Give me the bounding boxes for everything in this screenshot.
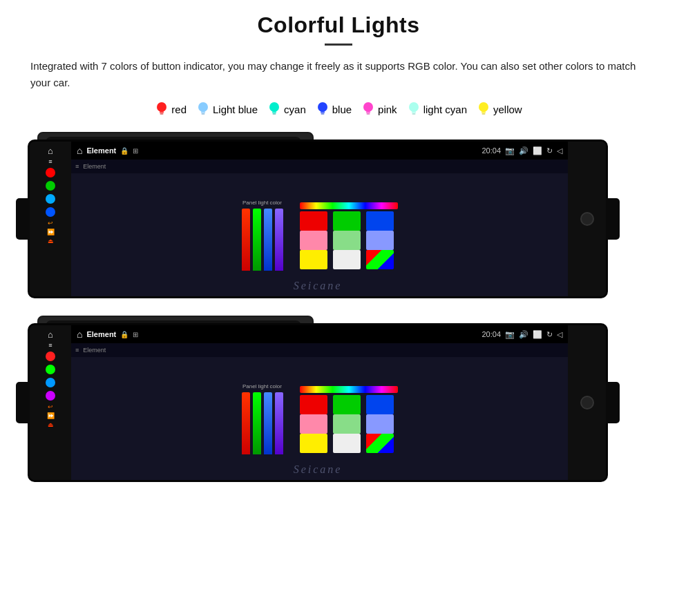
back-icon-2: ↩ [48, 403, 53, 410]
svg-rect-20 [482, 113, 486, 115]
topbar-back-icon: ◁ [557, 146, 562, 155]
color-label-pink: pink [361, 101, 397, 117]
svg-rect-11 [321, 113, 324, 115]
device-screen-2: ⌂ Element 🔒 ⊞ 20:04 📷 🔊 ⬜ ↻ ◁ ≡ Ele [71, 325, 568, 480]
red-label: red [171, 104, 187, 115]
topbar-1: ⌂ Element 🔒 ⊞ 20:04 📷 🔊 ⬜ ↻ ◁ [71, 142, 568, 160]
topbar-grid-icon-2: ⊞ [133, 331, 138, 338]
cell-pink-2 [300, 414, 327, 434]
device-section-2: ⌂ ≡ ↩ ⏩ ⏏ ⌂ Element 🔒 ⊞ 20:04 [28, 311, 649, 489]
cell-yellow-1 [300, 250, 327, 269]
cell-yellow-2 [300, 434, 327, 453]
header: Colorful Lights [0, 0, 677, 58]
color-label-yellow: yellow [477, 101, 522, 117]
svg-point-15 [409, 102, 419, 112]
bar-blue-1 [264, 209, 272, 271]
color-label-blue: blue [316, 101, 352, 117]
color-label-lightcyan: light cyan [407, 101, 467, 117]
cell-rgb-1 [366, 250, 394, 269]
subbar-element-label-2: Element [83, 347, 106, 354]
bar-violet-1 [275, 209, 283, 271]
color-grid-section-2 [300, 386, 398, 452]
cell-white-1 [333, 250, 361, 269]
subbar-1: ≡ Element [71, 160, 568, 173]
cyan-label: cyan [284, 104, 306, 115]
lightcyan-bulb-icon [407, 101, 421, 117]
main-device-1: ⌂ ≡ ↩ ⏩ ⏏ ⌂ Element 🔒 ⊞ 20:04 [28, 139, 608, 298]
dot-green-1 [46, 181, 55, 191]
pink-label: pink [378, 104, 397, 115]
lightblue-bulb-icon [196, 101, 210, 117]
color-labels-row: red Light blue cyan [0, 98, 677, 127]
topbar-grid-icon: ⊞ [133, 147, 138, 155]
color-bars-section-2: Panel light color [242, 383, 283, 454]
cell-lightgreen-1 [333, 231, 361, 250]
bar-green-2 [253, 392, 261, 454]
bars-row-1 [242, 209, 283, 271]
svg-rect-10 [321, 111, 325, 113]
topbar-vol-icon: 🔊 [519, 146, 528, 155]
svg-rect-8 [273, 113, 276, 115]
bars-row-2 [242, 392, 283, 454]
topbar-icons-2: 20:04 📷 🔊 ⬜ ↻ ◁ [481, 330, 562, 339]
topbar-cam-icon-2: 📷 [505, 330, 515, 339]
cell-lightgreen-2 [333, 414, 361, 434]
mount-circle-1 [580, 212, 594, 226]
device-right-1 [568, 142, 606, 296]
dot-red-1 [46, 168, 55, 177]
blue-bulb-icon [316, 101, 330, 117]
screen-content-2: Panel light color [71, 357, 568, 480]
eject-icon-1: ⏏ [48, 238, 54, 244]
topbar-cam-icon: 📷 [505, 146, 515, 155]
panel-light-label-1: Panel light color [242, 200, 282, 206]
topbar-element-2: Element [86, 330, 116, 338]
pink-bulb-icon [361, 101, 375, 117]
topbar-disp-icon: ⬜ [533, 146, 542, 155]
eject-icon-2: ⏏ [48, 421, 54, 428]
device-section-1: ⌂ ≡ ↩ ⏩ ⏏ ⌂ Element 🔒 ⊞ 20:04 [28, 127, 649, 305]
svg-point-6 [269, 102, 279, 112]
svg-rect-14 [367, 113, 370, 115]
svg-point-0 [157, 102, 166, 112]
color-grid-1 [300, 211, 398, 268]
mount-circle-2 [580, 396, 594, 410]
svg-point-3 [198, 102, 208, 112]
device-right-2 [568, 325, 606, 480]
svg-rect-7 [272, 111, 276, 113]
svg-point-18 [479, 102, 488, 112]
topbar-time-1: 20:04 [481, 146, 501, 155]
topbar-rot-icon: ↻ [546, 146, 553, 155]
topbar-icons-1: 20:04 📷 🔊 ⬜ ↻ ◁ [481, 146, 562, 155]
svg-rect-13 [366, 111, 370, 113]
device-screen-1: ⌂ Element 🔒 ⊞ 20:04 📷 🔊 ⬜ ↻ ◁ ≡ Ele [71, 142, 568, 296]
subbar-menu-icon-2: ≡ [75, 347, 79, 354]
home-icon-2: ⌂ [48, 329, 53, 340]
device-ear-left-2 [16, 382, 30, 423]
blue-label: blue [332, 104, 352, 115]
header-divider [325, 44, 352, 46]
color-label-lightblue: Light blue [196, 101, 258, 117]
color-grid-2 [300, 395, 398, 452]
topbar-lock-icon: 🔒 [120, 147, 128, 155]
dot-darkblue-1 [46, 207, 55, 217]
screen-content-1: Panel light color [71, 173, 568, 296]
dot-blue-1 [46, 194, 55, 204]
yellow-label: yellow [493, 104, 522, 115]
cell-red-1 [300, 211, 327, 231]
device-ear-right-1 [606, 198, 620, 240]
page-container: Colorful Lights Integrated with 7 colors… [0, 0, 677, 616]
topbar-home-icon-2: ⌂ [77, 329, 82, 340]
topbar-disp-icon-2: ⬜ [533, 330, 542, 339]
color-label-red: red [155, 101, 187, 117]
svg-rect-19 [481, 111, 486, 113]
cell-white-2 [333, 434, 361, 453]
cell-periwinkle-2 [366, 414, 394, 434]
bar-red-1 [242, 209, 250, 271]
cell-red-2 [300, 395, 327, 414]
topbar-element-1: Element [86, 146, 116, 155]
topbar-2: ⌂ Element 🔒 ⊞ 20:04 📷 🔊 ⬜ ↻ ◁ [71, 325, 568, 343]
svg-point-9 [318, 102, 327, 112]
topbar-lock-icon-2: 🔒 [120, 331, 128, 338]
cell-periwinkle-1 [366, 231, 394, 250]
yellow-bulb-icon [477, 101, 490, 117]
